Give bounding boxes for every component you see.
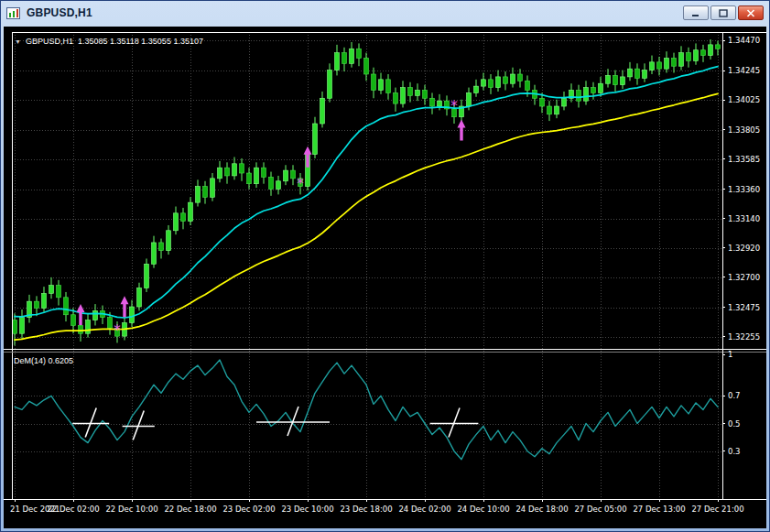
buy-arrow-icon (121, 296, 129, 317)
time-tick-label: 24 Dec 02:00 (398, 505, 450, 514)
symbol-label: GBPUSD,H1 (26, 37, 73, 46)
chart-ohlc-header: ▼ GBPUSD,H1 1.35085 1.35118 1.35055 1.35… (15, 37, 203, 46)
candle-body (159, 243, 164, 251)
candle-body (474, 86, 479, 92)
candle-body (357, 49, 362, 58)
candle-body (42, 293, 47, 308)
candle-body (79, 325, 83, 333)
candle-body (108, 318, 113, 329)
price-tick-label: 1.33140 (728, 214, 760, 223)
candle-body (679, 53, 684, 67)
candle-body (189, 202, 193, 221)
chart-icon (6, 6, 21, 20)
candle-body (650, 62, 655, 71)
star-icon: * (297, 176, 304, 192)
candle-body (364, 58, 369, 74)
candle-body (416, 91, 420, 96)
minimize-icon (691, 9, 700, 17)
candle-body (225, 168, 230, 176)
candle-body (372, 74, 376, 91)
candle-body (635, 69, 640, 78)
candle-body (643, 71, 647, 79)
close-button[interactable] (738, 5, 764, 20)
window-controls (683, 5, 764, 20)
price-tick-label: 1.32700 (728, 273, 760, 282)
candle-body (701, 50, 706, 56)
candle-body (269, 177, 274, 189)
mt4-chart-window: GBPUSD,H1 ***1.344701.342451.340251.3380… (0, 0, 770, 532)
candle-body (262, 168, 266, 177)
time-tick-label: 27 Dec 21:00 (691, 505, 743, 514)
candle-body (665, 58, 669, 69)
candle-body (203, 187, 208, 198)
time-tick-label: 22 Dec 02:00 (47, 505, 99, 514)
candle-body (313, 124, 318, 155)
price-tick-label: 1.33805 (728, 125, 760, 135)
buy-arrow-icon (77, 304, 85, 325)
candle-body (130, 307, 135, 323)
price-tick-label: 1.33585 (728, 155, 760, 164)
maximize-icon (719, 9, 728, 17)
indicator-tick-label: 0.7 (728, 391, 741, 400)
candle-body (599, 83, 603, 92)
candle-body (694, 50, 699, 61)
candle-body (320, 98, 325, 124)
chart-canvas[interactable]: ***1.344701.342451.340251.338051.335851.… (4, 27, 766, 528)
ohlc-values: 1.35085 1.35118 1.35055 1.35107 (78, 37, 203, 46)
candle-body (64, 298, 69, 315)
window-titlebar[interactable]: GBPUSD,H1 (1, 1, 769, 25)
price-tick-label: 1.32920 (728, 244, 760, 253)
time-tick-label: 23 Dec 02:00 (222, 505, 275, 514)
time-tick-label: 24 Dec 18:00 (515, 505, 568, 514)
candle-body (233, 164, 237, 176)
candle-body (49, 286, 54, 294)
price-tick-label: 1.34025 (728, 95, 760, 104)
candle-body (591, 88, 596, 93)
candle-body (167, 231, 171, 251)
price-tick-label: 1.34245 (728, 66, 760, 75)
signal-mark-slash (287, 407, 298, 436)
candle-body (687, 53, 691, 61)
candle-body (496, 77, 501, 88)
candle-body (438, 101, 442, 106)
candle-body (57, 286, 61, 298)
candle-body (401, 88, 406, 104)
chart-client-area[interactable]: ***1.344701.342451.340251.338051.335851.… (4, 27, 766, 528)
candle-body (35, 301, 39, 308)
candle-body (606, 75, 611, 83)
candle-body (394, 92, 398, 103)
star-icon: * (450, 98, 458, 114)
candle-body (291, 170, 296, 179)
candle-body (255, 168, 259, 184)
candle-body (518, 74, 523, 81)
candle-body (672, 58, 677, 66)
candle-body (152, 243, 157, 264)
candle-body (555, 106, 559, 114)
buy-arrow-icon (304, 147, 312, 168)
indicator-tick-label: 1 (728, 350, 732, 359)
chart-window-icon[interactable] (6, 6, 21, 20)
candle-body (86, 320, 91, 334)
ohlc-toggle-icon[interactable]: ▼ (15, 38, 21, 45)
candle-body (284, 170, 288, 181)
signal-mark-slash (85, 408, 96, 438)
indicator-tick-label: 0.3 (728, 447, 741, 456)
candle-body (540, 98, 545, 106)
time-tick-label: 23 Dec 18:00 (340, 505, 392, 514)
candle-body (93, 310, 98, 320)
minimize-button[interactable] (683, 5, 709, 20)
price-tick-label: 1.34470 (728, 36, 760, 45)
candle-body (335, 53, 340, 71)
price-tick-label: 1.32475 (728, 303, 760, 312)
candle-body (328, 71, 332, 99)
time-tick-label: 27 Dec 05:00 (574, 505, 626, 514)
time-tick-label: 22 Dec 10:00 (105, 505, 157, 514)
time-tick-label: 22 Dec 18:00 (164, 505, 216, 514)
maximize-button[interactable] (710, 5, 736, 20)
candle-body (489, 80, 493, 88)
candle-body (584, 88, 589, 102)
signal-mark-slash (133, 411, 144, 440)
candle-body (482, 80, 486, 86)
candle-body (628, 69, 633, 77)
candle-body (181, 213, 186, 222)
